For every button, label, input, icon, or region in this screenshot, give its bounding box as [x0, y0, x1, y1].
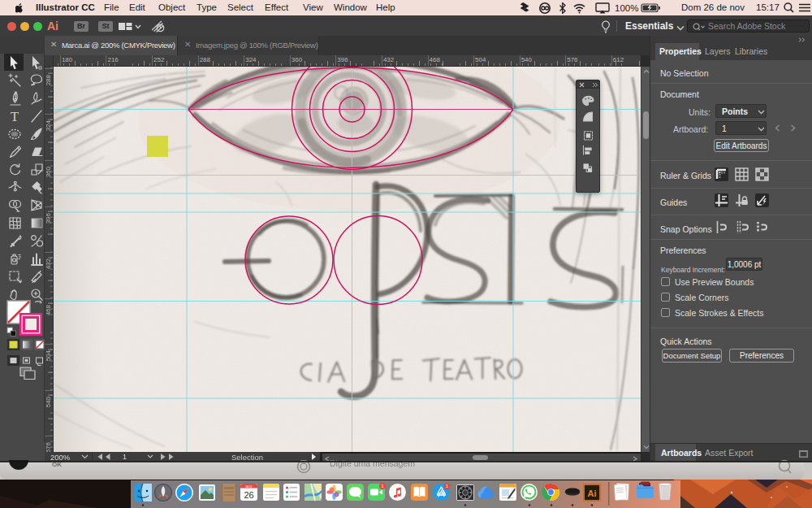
svg-text:1: 1 [381, 484, 383, 488]
svg-text:NOV: NOV [245, 485, 253, 488]
svg-text:100%: 100% [615, 3, 638, 13]
svg-text:26: 26 [244, 490, 253, 500]
svg-text:T: T [11, 109, 19, 124]
svg-text:1: 1 [446, 484, 448, 488]
svg-text:1: 1 [123, 454, 127, 460]
svg-text:Ai: Ai [588, 488, 597, 498]
